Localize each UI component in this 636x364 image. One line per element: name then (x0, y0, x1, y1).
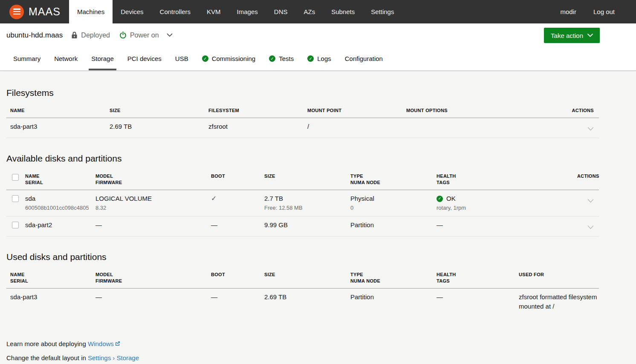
tab-configuration[interactable]: Configuration (338, 47, 390, 70)
maas-brand[interactable]: MAAS (0, 0, 69, 23)
actions-chevron-icon[interactable] (587, 199, 594, 203)
used-table: NAME SERIAL MODEL FIRMWARE BOOT SIZE TYP… (6, 267, 599, 315)
nav-item-kvm[interactable]: KVM (199, 0, 229, 23)
tab-label: Commissioning (212, 55, 256, 62)
fs-size: 2.69 TB (106, 118, 205, 136)
disk-size-free: Free: 12.58 MB (264, 204, 347, 212)
nav-item-machines[interactable]: Machines (69, 0, 113, 23)
col-model-firmware: MODEL FIRMWARE (92, 267, 207, 288)
table-row: sda 600508b1001cc098c4805 LOGICAL VOLUME… (6, 190, 599, 217)
col-numa: NUMA NODE (350, 278, 380, 283)
windows-link[interactable]: Windows (88, 340, 120, 347)
col-name: NAME (6, 103, 106, 118)
nav-item-subnets[interactable]: Subnets (323, 0, 363, 23)
row-select-cell (6, 190, 21, 205)
col-name: NAME (10, 272, 25, 277)
check-circle-icon: ✓ (269, 55, 275, 62)
col-name-serial: NAME SERIAL (21, 169, 92, 190)
tab-pci-devices[interactable]: PCI devices (121, 47, 168, 70)
health-label: OK (446, 194, 456, 203)
nav-item-controllers[interactable]: Controllers (152, 0, 199, 23)
disk-name-serial: sda-part2 (21, 217, 92, 234)
take-action-button[interactable]: Take action (544, 28, 600, 43)
disk-model-firmware: — (92, 217, 207, 234)
col-type-numa: TYPE NUMA NODE (347, 267, 433, 288)
col-health: HEALTH (437, 272, 456, 277)
select-all-checkbox[interactable] (12, 174, 19, 181)
disk-size: 2.69 TB (260, 289, 347, 306)
col-boot: BOOT (207, 267, 260, 282)
settings-storage-link[interactable]: Settings › Storage (88, 354, 139, 361)
disk-tag-links[interactable]: rotary, 1rpm (437, 204, 573, 212)
disk-model-firmware: LOGICAL VOLUME 8.32 (92, 190, 207, 216)
disk-model-firmware: — (92, 289, 207, 306)
row-checkbox[interactable] (12, 195, 19, 202)
lock-icon (71, 32, 78, 39)
nav-item-dns[interactable]: DNS (266, 0, 296, 23)
take-action-label: Take action (551, 32, 583, 39)
tab-commissioning[interactable]: ✓ Commissioning (195, 47, 263, 70)
machine-header: ubuntu-hdd.maas Deployed Power on Take a… (0, 23, 636, 47)
fs-mount-point: / (304, 118, 402, 136)
col-tags: TAGS (437, 278, 450, 283)
power-label: Power on (130, 32, 159, 39)
fs-name: sda-part3 (6, 118, 106, 136)
disk-health-tags: — (433, 217, 573, 234)
health-ok-icon: ✓ (437, 196, 443, 202)
col-size: SIZE (106, 103, 205, 118)
tab-network[interactable]: Network (47, 47, 84, 70)
top-navigation: MAAS Machines Devices Controllers KVM Im… (0, 0, 636, 23)
disk-name: sda (25, 195, 35, 202)
check-circle-icon: ✓ (202, 55, 208, 62)
layout-note: Change the default layout in Settings › … (6, 353, 599, 363)
row-checkbox[interactable] (12, 222, 19, 228)
used-title: Used disks and partitions (6, 252, 599, 262)
disk-health-tags: ✓ OK rotary, 1rpm (433, 190, 573, 216)
tab-label: Storage (91, 55, 114, 62)
col-filesystem: FILESYSTEM (205, 103, 304, 118)
col-actions: ACTIONS (501, 103, 599, 118)
col-size: SIZE (260, 267, 347, 282)
nav-item-settings[interactable]: Settings (363, 0, 402, 23)
status-label: Deployed (81, 32, 110, 39)
nav-item-azs[interactable]: AZs (295, 0, 323, 23)
fs-mount-options (402, 118, 501, 126)
tab-storage[interactable]: Storage (84, 47, 121, 70)
primary-nav: Machines Devices Controllers KVM Images … (69, 0, 402, 23)
col-type: TYPE (350, 173, 363, 179)
filesystems-title: Filesystems (6, 88, 599, 98)
tab-tests[interactable]: ✓ Tests (262, 47, 301, 70)
tab-label: Network (54, 55, 78, 62)
actions-chevron-icon[interactable] (587, 127, 594, 131)
disk-serial: 600508b1001cc098c4805 (25, 204, 89, 212)
disk-size-value: 2.7 TB (264, 195, 283, 202)
disk-health-tags: — (433, 289, 515, 306)
col-model-firmware: MODEL FIRMWARE (92, 169, 207, 190)
fs-filesystem: zfsroot (205, 118, 304, 136)
used-header-row: NAME SERIAL MODEL FIRMWARE BOOT SIZE TYP… (6, 267, 599, 289)
col-health-tags: HEALTH TAGS (433, 169, 573, 190)
actions-chevron-icon[interactable] (587, 225, 594, 229)
external-link-icon (115, 341, 120, 346)
col-tags: TAGS (437, 180, 450, 185)
col-actions: ACTIONS (573, 169, 599, 183)
power-menu-chevron-icon[interactable] (167, 33, 173, 37)
maas-logo-icon (9, 5, 24, 19)
nav-item-images[interactable]: Images (229, 0, 266, 23)
tab-usb[interactable]: USB (168, 47, 195, 70)
power-icon (119, 32, 127, 39)
tab-logs[interactable]: ✓ Logs (301, 47, 338, 70)
disk-boot: — (207, 289, 260, 306)
nav-item-devices[interactable]: Devices (113, 0, 151, 23)
disk-name-serial: sda 600508b1001cc098c4805 (21, 190, 92, 216)
disk-size: 2.7 TB Free: 12.58 MB (260, 190, 347, 216)
filesystems-header-row: NAME SIZE FILESYSTEM MOUNT POINT MOUNT O… (6, 103, 599, 118)
tab-summary[interactable]: Summary (6, 47, 47, 70)
col-type: TYPE (350, 272, 363, 277)
check-circle-icon: ✓ (307, 55, 314, 62)
windows-link-label: Windows (88, 340, 114, 347)
nav-item-logout[interactable]: Log out (585, 0, 623, 23)
nav-item-user[interactable]: modir (552, 0, 585, 23)
table-row: sda-part2 — — 9.99 GB Partition — (6, 217, 599, 237)
tab-label: PCI devices (127, 55, 162, 62)
